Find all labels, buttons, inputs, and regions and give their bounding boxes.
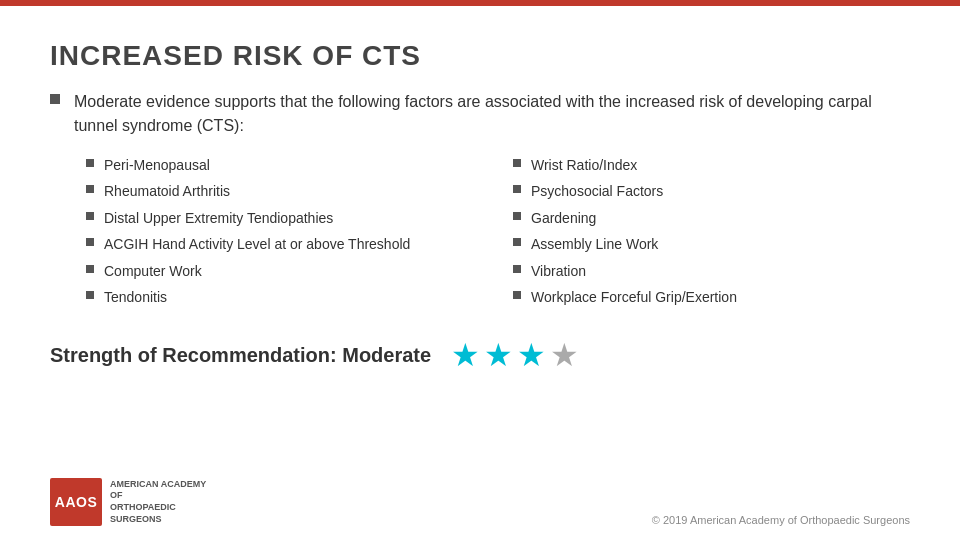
list-item-text: Gardening	[531, 207, 596, 229]
star-empty-icon: ★	[550, 336, 579, 374]
list-item-text: Wrist Ratio/Index	[531, 154, 637, 176]
strength-label: Strength of Recommendation: Moderate	[50, 344, 431, 367]
list-item: Assembly Line Work	[513, 231, 910, 257]
list-item-text: Vibration	[531, 260, 586, 282]
main-content: INCREASED RISK OF CTS Moderate evidence …	[0, 0, 960, 540]
logo-acronym: AAOS	[55, 494, 97, 510]
logo-label: American Academy ofOrthopaedic Surgeons	[110, 479, 210, 526]
list-bullet	[86, 212, 94, 220]
list-item: Workplace Forceful Grip/Exertion	[513, 284, 910, 310]
list-item: Tendonitis	[86, 284, 483, 310]
list-bullet	[86, 159, 94, 167]
list-item-text: Tendonitis	[104, 286, 167, 308]
list-bullet	[513, 185, 521, 193]
list-item: ACGIH Hand Activity Level at or above Th…	[86, 231, 483, 257]
page-title: INCREASED RISK OF CTS	[50, 40, 910, 72]
star-filled-icon: ★	[484, 336, 513, 374]
list-bullet	[86, 238, 94, 246]
list-bullet	[513, 265, 521, 273]
list-item: Rheumatoid Arthritis	[86, 178, 483, 204]
list-item-text: Assembly Line Work	[531, 233, 658, 255]
star-rating: ★★★★	[451, 336, 579, 374]
risk-factor-list: Peri-Menopausal Wrist Ratio/Index Rheuma…	[86, 152, 910, 310]
list-item: Gardening	[513, 205, 910, 231]
list-item: Distal Upper Extremity Tendiopathies	[86, 205, 483, 231]
list-item: Psychosocial Factors	[513, 178, 910, 204]
strength-section: Strength of Recommendation: Moderate ★★★…	[50, 328, 910, 374]
list-item-text: Computer Work	[104, 260, 202, 282]
list-bullet	[513, 238, 521, 246]
list-bullet	[513, 212, 521, 220]
list-bullet	[513, 291, 521, 299]
list-item-text: Rheumatoid Arthritis	[104, 180, 230, 202]
list-item-text: Distal Upper Extremity Tendiopathies	[104, 207, 333, 229]
footer-copyright: © 2019 American Academy of Orthopaedic S…	[652, 514, 910, 526]
list-bullet	[86, 291, 94, 299]
list-item-text: ACGIH Hand Activity Level at or above Th…	[104, 233, 410, 255]
list-bullet	[86, 265, 94, 273]
list-item: Computer Work	[86, 258, 483, 284]
list-item-text: Psychosocial Factors	[531, 180, 663, 202]
intro-bullet-icon	[50, 94, 60, 104]
star-filled-icon: ★	[517, 336, 546, 374]
list-bullet	[513, 159, 521, 167]
logo-area: AAOS American Academy ofOrthopaedic Surg…	[50, 478, 210, 526]
list-item-text: Workplace Forceful Grip/Exertion	[531, 286, 737, 308]
intro-text: Moderate evidence supports that the foll…	[74, 90, 894, 138]
list-bullet	[86, 185, 94, 193]
star-filled-icon: ★	[451, 336, 480, 374]
list-item: Peri-Menopausal	[86, 152, 483, 178]
list-item: Wrist Ratio/Index	[513, 152, 910, 178]
list-item: Vibration	[513, 258, 910, 284]
intro-section: Moderate evidence supports that the foll…	[50, 90, 910, 138]
list-item-text: Peri-Menopausal	[104, 154, 210, 176]
logo-box: AAOS	[50, 478, 102, 526]
